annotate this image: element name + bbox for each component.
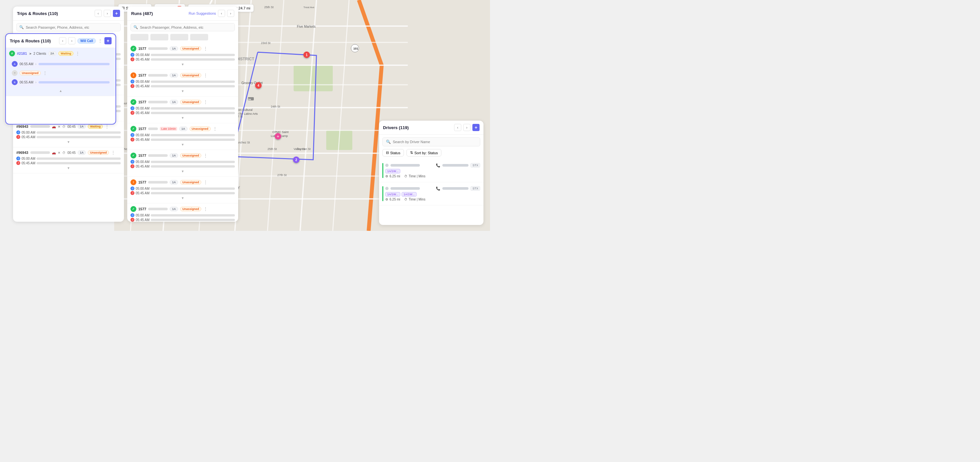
expanded-item-2[interactable]: B 06:55 AM › (9, 78, 112, 86)
selected-trip-item[interactable]: # #2181 ➤ 2 Clients 2A Waiting ⋮ A 06:55… (6, 48, 116, 96)
table-row[interactable]: #96943 🚗 ✕ ⏱ 00:45 1A Unassigned ⋮ ⏱ 05:… (13, 148, 124, 173)
list-item[interactable]: 📞 STX 1A/1W... ⚙ 6.25 mi ⏱ (379, 159, 484, 182)
status-filter-button[interactable]: ⊟ Status (382, 149, 404, 157)
drivers-nav-next[interactable]: › (463, 124, 471, 131)
drivers-add[interactable]: + (473, 124, 480, 131)
sort-button[interactable]: ⇅ Sort by: Status (406, 149, 441, 157)
run-time-to-6: 05:45 AM (136, 191, 150, 195)
run-client-badge-2: 1A (170, 73, 178, 78)
more-unassigned[interactable]: ⋮ (43, 70, 47, 76)
phone-icon-1: 📞 (436, 164, 441, 168)
list-item[interactable]: ✓ 1577 1A Unassigned ⋮ ⏱ 05:00 AM ⏱ 05:4… (127, 97, 238, 123)
sort-icon: ⇅ (410, 151, 413, 155)
drivers-title: Drivers (119) (383, 125, 452, 130)
map-add-button[interactable]: + (275, 133, 281, 140)
run-dropoff-7: ⏱ (130, 218, 134, 222)
trips-search-bg: 🔍 (16, 23, 121, 31)
phone-icon-2: 📞 (436, 186, 441, 191)
status-badge4: Waiting (88, 124, 103, 129)
trips-fg-more[interactable]: ⋮ (98, 38, 102, 43)
list-item[interactable]: ! 1577 1A Unassigned ⋮ ⏱ 05:00 AM ⏱ 05:4… (127, 70, 238, 97)
run-circle-1: ✓ (130, 46, 136, 51)
trips-fg-add[interactable]: + (104, 37, 111, 44)
runs-nav-prev[interactable]: ‹ (218, 10, 225, 17)
run-more-6[interactable]: ⋮ (203, 179, 208, 185)
driver-time-2: ⏱ Time | Mins (404, 198, 425, 201)
run-filter-2[interactable] (150, 34, 168, 40)
run-ph2 (148, 74, 168, 76)
pickup-icon5: ⏱ (16, 157, 20, 160)
run-filter-4[interactable] (190, 34, 208, 40)
trips-add-bg[interactable]: + (113, 10, 120, 17)
list-item[interactable]: ✓ 1577 1A Unassigned ⋮ ⏱ 05:00 AM ⏱ 05:4… (127, 203, 238, 222)
run-client-badge-6: 1A (170, 180, 178, 184)
list-item[interactable]: ✓ 1577 Late 10min 1A Unassigned ⋮ ⏱ 05:0… (127, 123, 238, 150)
run-ph4 (148, 127, 158, 130)
run-time-from-2: 05:00 AM (136, 80, 150, 84)
tb8 (37, 136, 121, 138)
unassigned-subitem[interactable]: ? Unassigned ⋮ (9, 69, 112, 77)
selected-trip-id: #2181 (17, 51, 27, 56)
run-more-3[interactable]: ⋮ (203, 100, 208, 105)
run-circle-4: ✓ (130, 126, 136, 132)
rtb9 (151, 161, 235, 163)
more-btn4[interactable]: ⋮ (105, 124, 109, 129)
pickup-time5: 05:00 AM (22, 157, 35, 160)
run-filter-1[interactable] (130, 34, 148, 40)
run-expand-3[interactable]: ▼ (130, 116, 235, 120)
run-more-5[interactable]: ⋮ (203, 153, 208, 158)
run-id-5: 1577 (138, 154, 146, 157)
list-item[interactable]: ✓ 1577 1A Unassigned ⋮ ⏱ 05:00 AM ⏱ 05:4… (127, 43, 238, 70)
time-fg-1: 06:55 AM (19, 62, 33, 66)
client-badge5: 1A (78, 150, 86, 155)
list-item[interactable]: 📞 STX 1A/1W... 1A/1W... ⚙ 6.25 mi (379, 182, 484, 205)
run-expand-2[interactable]: ▼ (130, 89, 235, 94)
tb10 (37, 162, 121, 164)
trips-fg-nav-next[interactable]: › (68, 37, 75, 44)
drivers-nav-prev[interactable]: ‹ (454, 124, 461, 131)
drivers-search-input[interactable] (393, 140, 477, 144)
run-status-5: Unassigned (180, 153, 201, 158)
run-time-to-3: 05:45 AM (136, 111, 150, 115)
rtb8 (151, 138, 235, 141)
map-pin-4[interactable]: 2 (293, 157, 299, 163)
expanded-item-1[interactable]: A 06:55 AM › (9, 60, 112, 68)
run-more-2[interactable]: ⋮ (203, 73, 208, 78)
trips-fg-title: Trips & Routes (110) (10, 38, 57, 43)
rtb6 (151, 112, 235, 114)
trip-id5: #96943 (16, 151, 29, 154)
trips-fg-nav-prev[interactable]: ‹ (59, 37, 66, 44)
more-btn-fg[interactable]: ⋮ (75, 51, 80, 56)
trips-nav-next-bg[interactable]: › (104, 10, 111, 17)
trips-search-input-bg[interactable] (26, 25, 118, 29)
run-ph1 (148, 47, 168, 50)
run-expand-6[interactable]: ▼ (130, 195, 235, 200)
expand-btn5[interactable]: ▼ (16, 166, 121, 170)
run-client-badge-5: 1A (170, 153, 178, 158)
runs-tab-suggestions[interactable]: Run Suggestions (189, 11, 216, 15)
run-circle-6: ! (130, 179, 136, 185)
run-status-1: Unassigned (180, 46, 201, 51)
map-pin-2[interactable]: 4 (255, 82, 262, 89)
collapse-btn[interactable]: ▲ (9, 88, 112, 93)
list-item[interactable]: ! 1577 1A Unassigned ⋮ ⏱ 05:00 AM ⏱ 05:4… (127, 177, 238, 203)
run-more-4[interactable]: ⋮ (213, 126, 217, 132)
run-expand-4[interactable]: ▼ (130, 142, 235, 147)
table-row[interactable]: #96943 🚗 ✕ ⏱ 00:45 1A Waiting ⋮ ⏱ 05:00 … (13, 121, 124, 148)
run-expand-5[interactable]: ▼ (130, 169, 235, 174)
trips-nav-prev-bg[interactable]: ‹ (95, 10, 102, 17)
run-expand-1[interactable]: ▼ (130, 62, 235, 67)
map-pin-1[interactable]: 1 (303, 51, 310, 58)
run-filter-3[interactable] (170, 34, 188, 40)
run-circle-2: ! (130, 72, 136, 78)
expand-btn4[interactable]: ▼ (16, 140, 121, 144)
runs-search-input[interactable] (140, 25, 232, 29)
runs-nav-next[interactable]: › (227, 10, 234, 17)
run-ph7 (148, 208, 168, 210)
list-item[interactable]: ✓ 1577 1A Unassigned ⋮ ⏱ 05:00 AM ⏱ 05:4… (127, 150, 238, 177)
more-btn5[interactable]: ⋮ (111, 150, 116, 155)
run-more-1[interactable]: ⋮ (203, 46, 208, 51)
svg-text:Treat Ave: Treat Ave (303, 6, 315, 9)
run-time-from-4: 05:00 AM (136, 133, 150, 137)
run-more-7[interactable]: ⋮ (203, 206, 208, 211)
